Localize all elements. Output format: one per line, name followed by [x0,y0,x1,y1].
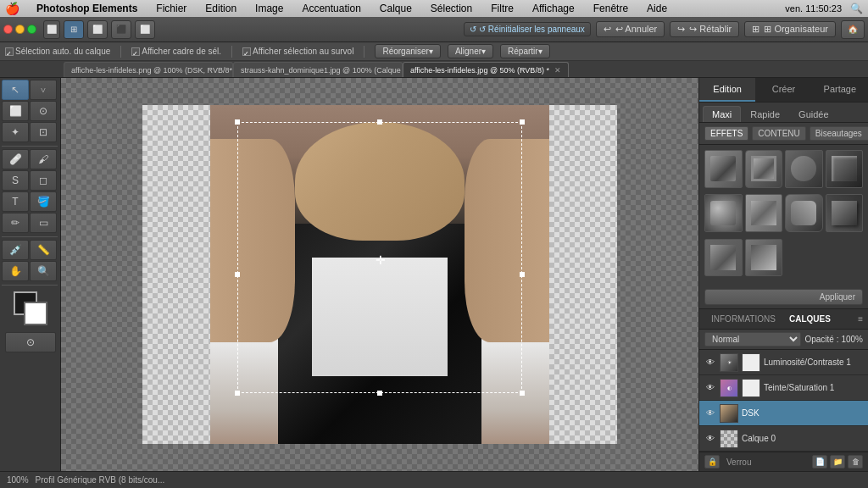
apply-button[interactable]: Appliquer [704,289,863,305]
effect-thumb-8[interactable] [826,194,864,232]
text-tool[interactable]: T [2,191,29,212]
toolbar-extra-btn[interactable]: ⬜ [135,20,155,39]
transform-handle-tl[interactable] [235,119,240,125]
lock-button[interactable]: 🔒 [704,455,720,469]
window-close-button[interactable] [3,25,13,34]
content-tab-btn[interactable]: CONTENU [752,126,805,141]
menu-aide[interactable]: Aide [642,3,672,14]
apple-menu[interactable]: 🍎 [5,2,19,15]
clone-tool[interactable]: S [2,170,29,191]
tab-file-1[interactable]: affiche-les-infideles.png @ 100% (DSK, R… [64,62,233,77]
menu-fenetre[interactable]: Fenêtre [588,3,633,14]
redo-button[interactable]: ↪ ↪ Rétablir [670,21,739,37]
menu-photoshop[interactable]: Photoshop Elements [31,3,142,14]
distribute-button[interactable]: Répartir▾ [500,44,550,58]
ruler-tool[interactable]: 📏 [30,240,57,260]
effects-tab-btn[interactable]: EFFETS [704,126,748,141]
zoom-tool[interactable]: 🔍 [30,261,57,281]
hand-tool[interactable]: ✋ [2,261,29,281]
layer-item-calque0[interactable]: 👁 Calque 0 [699,426,868,452]
reset-panels-btn[interactable]: ↺ ↺ Réinitialiser les panneaux [464,22,591,36]
tab-creer[interactable]: Créer [755,78,811,102]
align-button[interactable]: Aligner▾ [448,44,493,58]
window-maximize-button[interactable] [27,25,36,34]
window-minimize-button[interactable] [15,25,25,34]
layer-visibility-icon-1[interactable]: 👁 [704,357,716,369]
search-icon[interactable]: 🔍 [850,3,863,14]
calques-tab[interactable]: CALQUES [782,313,837,325]
transform-handle-br[interactable] [520,391,525,396]
auto-select-check[interactable] [5,47,14,56]
menu-edition[interactable]: Edition [200,3,242,14]
effect-thumb-4[interactable] [826,150,864,188]
effect-thumb-1[interactable] [704,150,743,188]
add-group-button[interactable]: 📁 [830,455,845,469]
background-color[interactable] [24,302,47,325]
lasso-tool[interactable]: ⊙ [30,101,57,121]
toolbar-mode-btn2[interactable]: ⊞ [64,20,84,39]
home-button[interactable]: 🏠 [841,20,865,39]
effect-thumb-5[interactable] [704,194,743,232]
tab-file-3[interactable]: affiche-les-infideles.jpg @ 50% (RVB/8) … [403,62,569,77]
crop-tool[interactable]: ⊡ [30,122,57,142]
brush-tool[interactable]: 🖌 [30,149,57,169]
layers-menu-icon[interactable]: ≡ [858,314,863,324]
effect-thumb-10[interactable] [745,239,783,277]
move-tool[interactable]: ↖ [2,80,29,100]
canvas-area[interactable]: ✛ [61,78,698,471]
effect-thumb-9[interactable] [704,239,743,277]
transform-handle-bc[interactable] [377,391,382,396]
tab-edition[interactable]: Edition [699,78,755,102]
color-picker[interactable] [14,291,47,325]
delete-layer-button[interactable]: 🗑 [848,455,863,469]
transform-handle-rc[interactable] [520,272,525,277]
healing-tool[interactable]: 🩹 [2,149,29,169]
layer-item-teinte[interactable]: 👁 ◐ Teinte/Saturation 1 [699,375,868,401]
reorganize-button[interactable]: Réorganiser▾ [375,44,440,58]
toolbar-mode-btn4[interactable]: ⬛ [111,20,131,39]
toolbar-mode-btn1[interactable]: ⬜ [43,20,60,39]
tab-file-2[interactable]: strauss-kahn_dominique1.jpg @ 100% (Calq… [233,62,403,77]
biseautages-dropdown[interactable]: Biseautages ▾ [810,126,868,141]
informations-tab[interactable]: INFORMATIONS [704,313,782,325]
transform-handle-bl[interactable] [235,391,240,396]
tab-partage[interactable]: Partage [812,78,868,102]
blend-mode-select[interactable]: Normal [704,332,801,347]
effect-thumb-3[interactable] [785,150,823,188]
transform-handle-tc[interactable] [377,119,382,125]
pen-tool[interactable]: ✏ [2,213,29,233]
opacity-value[interactable]: 100% [841,335,863,344]
menu-affichage[interactable]: Affichage [527,3,580,14]
quick-mask-tool[interactable]: ⊙ [5,332,56,352]
shape-tool[interactable]: ▭ [30,213,57,233]
menu-calque[interactable]: Calque [375,3,417,14]
layer-visibility-icon-2[interactable]: 👁 [704,382,716,394]
tab-3-close[interactable]: ✕ [554,66,561,75]
sub-tab-rapide[interactable]: Rapide [741,106,789,122]
menu-filtre[interactable]: Filtre [486,3,519,14]
layer-visibility-icon-4[interactable]: 👁 [704,433,716,445]
layer-item-luminosite[interactable]: 👁 ☀ Luminosité/Contraste 1 [699,350,868,375]
sub-tab-maxi[interactable]: Maxi [703,106,741,122]
effect-thumb-6[interactable] [745,194,783,232]
organizer-button[interactable]: ⊞ ⊞ Organisateur [744,21,836,37]
eraser-tool[interactable]: ◻ [30,170,57,191]
transform-handle-lc[interactable] [235,272,240,277]
zoom-tool-shortcut[interactable]: V [30,80,57,100]
show-hover-check[interactable] [242,47,251,56]
show-frame-check[interactable] [131,47,140,56]
eyedropper-tool[interactable]: 💉 [2,240,29,260]
marquee-tool[interactable]: ⬜ [2,101,29,121]
menu-image[interactable]: Image [250,3,288,14]
menu-fichier[interactable]: Fichier [151,3,192,14]
add-layer-button[interactable]: 📄 [812,455,827,469]
transform-handle-tr[interactable] [520,119,525,125]
effect-thumb-7[interactable] [785,194,823,232]
effect-thumb-2[interactable] [745,150,783,188]
layer-visibility-icon-3[interactable]: 👁 [704,408,716,419]
paint-bucket-tool[interactable]: 🪣 [30,191,57,212]
sub-tab-guidee[interactable]: Guidée [789,106,837,122]
layer-item-dsk[interactable]: 👁 DSK [699,401,868,426]
undo-button[interactable]: ↩ ↩ Annuler [596,21,665,37]
menu-selection[interactable]: Sélection [426,3,477,14]
